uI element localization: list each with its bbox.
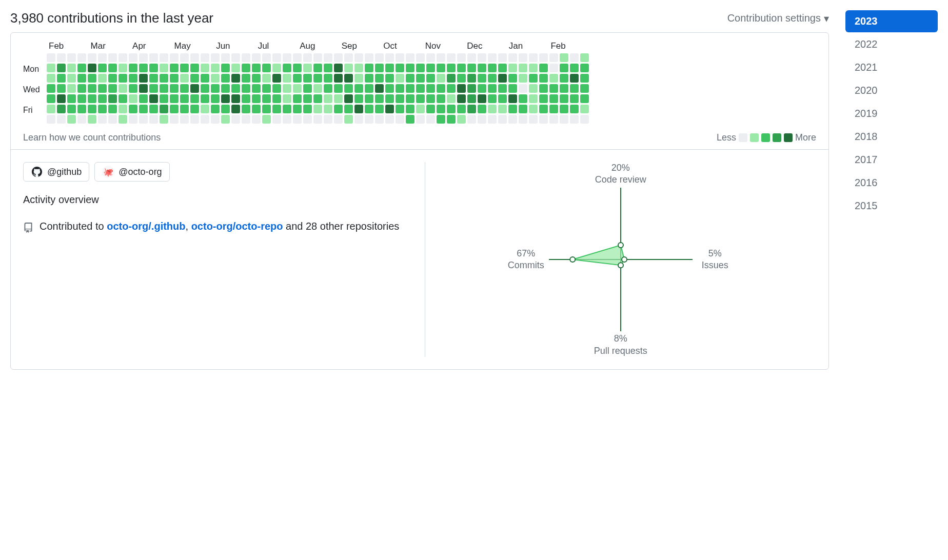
contribution-cell[interactable] — [437, 94, 445, 103]
contribution-cell[interactable] — [293, 74, 302, 83]
contribution-cell[interactable] — [498, 94, 507, 103]
contribution-cell[interactable] — [457, 74, 466, 83]
contribution-cell[interactable] — [344, 64, 353, 72]
contribution-cell[interactable] — [272, 53, 281, 62]
contribution-cell[interactable] — [488, 115, 497, 124]
contribution-cell[interactable] — [324, 64, 332, 72]
contribution-cell[interactable] — [570, 74, 579, 83]
contribution-cell[interactable] — [231, 94, 240, 103]
contribution-cell[interactable] — [98, 53, 107, 62]
contribution-cell[interactable] — [262, 105, 271, 113]
contribution-cell[interactable] — [570, 84, 579, 93]
contribution-cell[interactable] — [334, 74, 343, 83]
contribution-cell[interactable] — [508, 84, 517, 93]
contribution-cell[interactable] — [447, 84, 456, 93]
learn-contributions-link[interactable]: Learn how we count contributions — [23, 132, 161, 143]
contribution-cell[interactable] — [385, 105, 394, 113]
contribution-cell[interactable] — [570, 115, 579, 124]
contribution-cell[interactable] — [190, 64, 199, 72]
contribution-cell[interactable] — [570, 94, 579, 103]
contribution-cell[interactable] — [467, 105, 476, 113]
contribution-cell[interactable] — [437, 84, 445, 93]
contribution-cell[interactable] — [324, 74, 332, 83]
contribution-cell[interactable] — [313, 115, 322, 124]
org-pill-github[interactable]: @github — [23, 162, 89, 182]
contribution-cell[interactable] — [498, 53, 507, 62]
contribution-cell[interactable] — [67, 74, 76, 83]
contribution-cell[interactable] — [406, 94, 414, 103]
contribution-cell[interactable] — [211, 94, 220, 103]
contribution-cell[interactable] — [375, 115, 384, 124]
contribution-cell[interactable] — [242, 115, 250, 124]
contribution-cell[interactable] — [498, 84, 507, 93]
contribution-cell[interactable] — [508, 64, 517, 72]
contribution-cell[interactable] — [139, 53, 148, 62]
contribution-cell[interactable] — [529, 84, 538, 93]
contribution-cell[interactable] — [242, 84, 250, 93]
contribution-cell[interactable] — [118, 64, 127, 72]
contribution-cell[interactable] — [406, 84, 414, 93]
contribution-cell[interactable] — [344, 94, 353, 103]
contribution-cell[interactable] — [98, 94, 107, 103]
contribution-cell[interactable] — [160, 94, 168, 103]
contribution-cell[interactable] — [221, 84, 230, 93]
contribution-cell[interactable] — [437, 105, 445, 113]
contribution-cell[interactable] — [190, 105, 199, 113]
contribution-cell[interactable] — [580, 74, 589, 83]
contribution-cell[interactable] — [313, 53, 322, 62]
contribution-cell[interactable] — [293, 64, 302, 72]
contribution-cell[interactable] — [365, 53, 373, 62]
contribution-cell[interactable] — [88, 105, 96, 113]
contribution-cell[interactable] — [242, 53, 250, 62]
contribution-cell[interactable] — [88, 115, 96, 124]
contribution-cell[interactable] — [129, 94, 137, 103]
contribution-cell[interactable] — [313, 74, 322, 83]
contribution-cell[interactable] — [334, 64, 343, 72]
contribution-cell[interactable] — [416, 84, 425, 93]
contribution-cell[interactable] — [447, 105, 456, 113]
contribution-cell[interactable] — [262, 74, 271, 83]
contribution-cell[interactable] — [529, 53, 538, 62]
contribution-cell[interactable] — [170, 94, 179, 103]
contribution-cell[interactable] — [385, 115, 394, 124]
contribution-cell[interactable] — [375, 64, 384, 72]
contribution-cell[interactable] — [272, 74, 281, 83]
contribution-cell[interactable] — [221, 53, 230, 62]
contribution-cell[interactable] — [293, 53, 302, 62]
contribution-cell[interactable] — [303, 115, 312, 124]
year-item-2021[interactable]: 2021 — [845, 56, 938, 78]
contribution-cell[interactable] — [190, 84, 199, 93]
contribution-cell[interactable] — [67, 105, 76, 113]
contribution-cell[interactable] — [478, 53, 486, 62]
contribution-cell[interactable] — [324, 84, 332, 93]
year-item-2018[interactable]: 2018 — [845, 126, 938, 148]
contribution-cell[interactable] — [160, 105, 168, 113]
contribution-cell[interactable] — [519, 94, 527, 103]
contribution-cell[interactable] — [252, 115, 261, 124]
contribution-cell[interactable] — [354, 115, 363, 124]
contribution-cell[interactable] — [560, 105, 568, 113]
contribution-cell[interactable] — [467, 94, 476, 103]
contribution-cell[interactable] — [488, 64, 497, 72]
contribution-cell[interactable] — [324, 115, 332, 124]
contribution-cell[interactable] — [447, 53, 456, 62]
contribution-cell[interactable] — [160, 53, 168, 62]
contribution-cell[interactable] — [539, 94, 548, 103]
contribution-cell[interactable] — [396, 115, 404, 124]
contribution-cell[interactable] — [303, 94, 312, 103]
contribution-cell[interactable] — [334, 53, 343, 62]
contribution-cell[interactable] — [149, 64, 158, 72]
contribution-cell[interactable] — [385, 64, 394, 72]
contribution-cell[interactable] — [354, 74, 363, 83]
contribution-cell[interactable] — [170, 84, 179, 93]
contribution-cell[interactable] — [447, 74, 456, 83]
contribution-cell[interactable] — [211, 64, 220, 72]
contribution-cell[interactable] — [396, 84, 404, 93]
contribution-cell[interactable] — [529, 115, 538, 124]
contribution-cell[interactable] — [139, 64, 148, 72]
contribution-cell[interactable] — [519, 74, 527, 83]
contribution-cell[interactable] — [457, 53, 466, 62]
contribution-cell[interactable] — [57, 84, 66, 93]
contribution-grid[interactable] — [47, 53, 589, 125]
contribution-cell[interactable] — [88, 53, 96, 62]
